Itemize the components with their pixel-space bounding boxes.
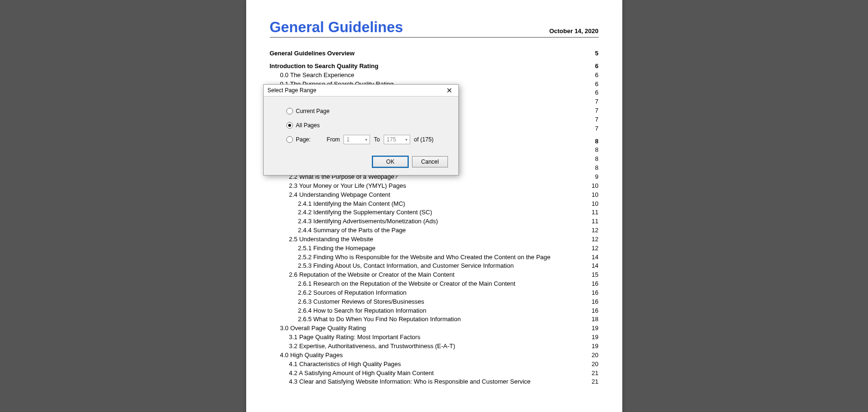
toc-page-number: 5 (595, 49, 598, 58)
toc-page-number: 9 (595, 173, 598, 182)
to-label: To (374, 136, 380, 143)
to-page-combo[interactable]: 175 ▾ (384, 135, 410, 144)
toc-row[interactable]: 4.0 High Quality Pages20 (270, 351, 599, 360)
toc-entry-text: 2.4.2 Identifying the Supplementary Cont… (298, 208, 432, 217)
toc-page-number: 6 (595, 88, 598, 97)
toc-entry-text: 2.4 Understanding Webpage Content (289, 191, 390, 200)
toc-row[interactable]: 2.6.2 Sources of Reputation Information1… (270, 289, 599, 298)
from-page-combo[interactable]: 1 ▾ (344, 135, 370, 144)
toc-row[interactable]: 2.6.5 What to Do When You Find No Reputa… (270, 315, 599, 324)
toc-row[interactable]: 4.3 Clear and Satisfying Website Informa… (270, 377, 599, 386)
toc-page-number: 12 (592, 244, 598, 253)
dialog-title: Select Page Range (267, 87, 316, 94)
radio-all-pages-label: All Pages (296, 122, 320, 129)
toc-page-number: 11 (592, 217, 598, 226)
close-icon (447, 88, 452, 93)
toc-entry-text: 2.6.5 What to Do When You Find No Reputa… (298, 315, 461, 324)
toc-page-number: 10 (592, 191, 598, 200)
toc-row[interactable]: General Guidelines Overview5 (270, 49, 599, 58)
radio-current-page-label: Current Page (296, 108, 329, 114)
toc-entry-text: 2.5.2 Finding Who is Responsible for the… (298, 253, 551, 262)
toc-page-number: 8 (595, 155, 598, 164)
dialog-titlebar[interactable]: Select Page Range (264, 85, 458, 96)
radio-all-pages[interactable] (286, 122, 293, 129)
radio-current-page[interactable] (286, 108, 293, 114)
select-page-range-dialog: Select Page Range Current Page All Pages… (263, 84, 459, 175)
radio-page-range[interactable] (286, 136, 293, 143)
toc-page-number: 8 (595, 137, 598, 146)
from-page-value: 1 (346, 136, 350, 143)
toc-entry-text: General Guidelines Overview (270, 49, 355, 58)
toc-row[interactable]: 0.0 The Search Experience6 (270, 71, 599, 80)
to-page-value: 175 (387, 136, 396, 143)
toc-entry-text: 2.6 Reputation of the Website or Creator… (289, 271, 455, 280)
radio-page-range-label: Page: (296, 136, 310, 143)
toc-row[interactable]: Introduction to Search Quality Rating6 (270, 62, 599, 71)
close-button[interactable] (443, 86, 455, 95)
toc-row[interactable]: 2.3 Your Money or Your Life (YMYL) Pages… (270, 182, 599, 191)
ok-button[interactable]: OK (372, 156, 408, 167)
dialog-body: Current Page All Pages Page: From 1 ▾ To… (264, 96, 458, 156)
toc-page-number: 8 (595, 164, 598, 173)
toc-entry-text: 3.0 Overall Page Quality Rating (280, 324, 366, 333)
toc-row[interactable]: 2.6 Reputation of the Website or Creator… (270, 271, 599, 280)
toc-entry-text: 4.0 High Quality Pages (280, 351, 343, 360)
toc-page-number: 16 (592, 307, 598, 316)
toc-row[interactable]: 2.5.3 Finding About Us, Contact Informat… (270, 262, 599, 271)
toc-row[interactable]: 2.5.1 Finding the Homepage12 (270, 244, 599, 253)
toc-page-number: 16 (592, 298, 598, 307)
toc-row[interactable]: 4.2 A Satisfying Amount of High Quality … (270, 369, 599, 378)
toc-row[interactable]: 2.6.4 How to Search for Reputation Infor… (270, 307, 599, 316)
toc-entry-text: 4.3 Clear and Satisfying Website Informa… (289, 377, 531, 386)
toc-row[interactable]: 2.6.1 Research on the Reputation of the … (270, 280, 599, 289)
toc-page-number: 20 (592, 351, 598, 360)
chevron-down-icon: ▾ (403, 135, 410, 144)
toc-row[interactable]: 2.4.3 Identifying Advertisements/Monetiz… (270, 217, 599, 226)
toc-page-number: 16 (592, 280, 598, 289)
toc-page-number: 6 (595, 71, 598, 80)
page-range-inputs: From 1 ▾ To 175 ▾ of (175) (327, 135, 433, 144)
toc-row[interactable]: 4.1 Characteristics of High Quality Page… (270, 360, 599, 369)
toc-page-number: 15 (592, 271, 598, 280)
toc-page-number: 8 (595, 146, 598, 155)
toc-page-number: 19 (592, 342, 598, 351)
toc-row[interactable]: 2.4.4 Summary of the Parts of the Page12 (270, 226, 599, 235)
toc-row[interactable]: 2.4.1 Identifying the Main Content (MC)1… (270, 200, 599, 209)
toc-entry-text: 4.1 Characteristics of High Quality Page… (289, 360, 401, 369)
toc-entry-text: 4.2 A Satisfying Amount of High Quality … (289, 369, 434, 378)
toc-page-number: 21 (592, 377, 598, 386)
toc-row[interactable]: 2.5.2 Finding Who is Responsible for the… (270, 253, 599, 262)
toc-entry-text: 2.4.4 Summary of the Parts of the Page (298, 226, 406, 235)
toc-row[interactable]: 3.1 Page Quality Rating: Most Important … (270, 333, 599, 342)
toc-page-number: 14 (592, 253, 598, 262)
toc-entry-text: 2.6.2 Sources of Reputation Information (298, 289, 407, 298)
toc-page-number: 19 (592, 333, 598, 342)
toc-entry-text: 2.5 Understanding the Website (289, 235, 373, 244)
toc-row[interactable]: 2.4.2 Identifying the Supplementary Cont… (270, 208, 599, 217)
toc-page-number: 16 (592, 289, 598, 298)
cancel-button[interactable]: Cancel (412, 156, 448, 167)
dialog-buttons: OK Cancel (264, 156, 458, 175)
toc-page-number: 7 (595, 124, 598, 133)
document-title: General Guidelines (270, 19, 404, 36)
toc-row[interactable]: 3.2 Expertise, Authoritativeness, and Tr… (270, 342, 599, 351)
toc-entry-text: 2.6.1 Research on the Reputation of the … (298, 280, 516, 289)
toc-page-number: 7 (595, 106, 598, 115)
toc-row[interactable]: 2.5 Understanding the Website12 (270, 235, 599, 244)
toc-entry-text: 2.6.4 How to Search for Reputation Infor… (298, 307, 427, 316)
toc-page-number: 20 (592, 360, 598, 369)
toc-page-number: 7 (595, 97, 598, 106)
toc-page-number: 6 (595, 62, 598, 71)
toc-page-number: 12 (592, 226, 598, 235)
chevron-down-icon: ▾ (363, 135, 370, 144)
toc-entry-text: 2.3 Your Money or Your Life (YMYL) Pages (289, 182, 406, 191)
toc-entry-text: Introduction to Search Quality Rating (270, 62, 378, 71)
toc-row[interactable]: 3.0 Overall Page Quality Rating19 (270, 324, 599, 333)
toc-page-number: 21 (592, 369, 598, 378)
toc-entry-text: 2.5.3 Finding About Us, Contact Informat… (298, 262, 514, 271)
toc-row[interactable]: 2.4 Understanding Webpage Content10 (270, 191, 599, 200)
toc-page-number: 10 (592, 182, 598, 191)
toc-entry-text: 0.0 The Search Experience (280, 71, 354, 80)
toc-entry-text: 2.4.3 Identifying Advertisements/Monetiz… (298, 217, 438, 226)
toc-row[interactable]: 2.6.3 Customer Reviews of Stores/Busines… (270, 298, 599, 307)
